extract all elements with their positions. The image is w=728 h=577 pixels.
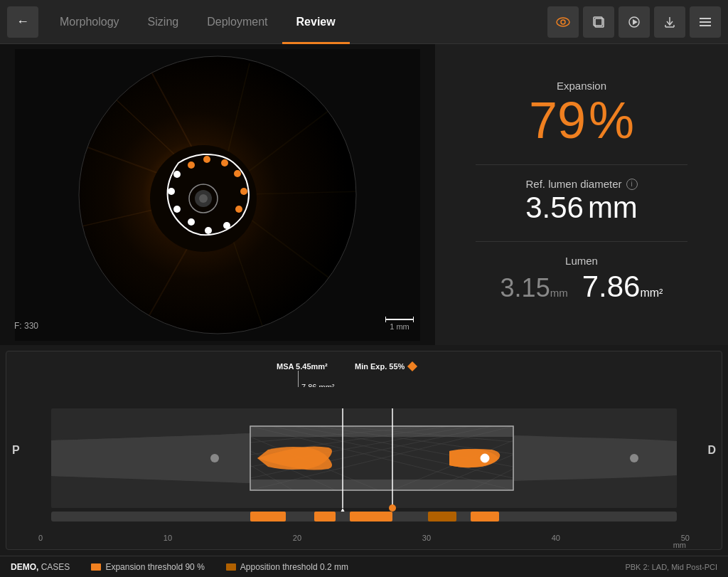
axis-40: 40 — [552, 534, 560, 542]
back-button[interactable]: ← — [7, 6, 38, 38]
tab-review[interactable]: Review — [282, 0, 350, 44]
svg-point-0 — [557, 18, 569, 26]
expansion-label: Expansion — [529, 80, 634, 92]
lumen-label: Lumen — [500, 255, 663, 267]
svg-point-72 — [630, 454, 638, 462]
axis-unit: mm — [6, 541, 722, 549]
play-button[interactable] — [619, 6, 650, 38]
expansion-value: 79 — [529, 95, 586, 146]
svg-rect-76 — [350, 512, 392, 522]
divider2 — [476, 241, 687, 242]
ref-lumen-unit: mm — [588, 193, 638, 223]
header-icons — [547, 6, 721, 38]
expansion-block: Expansion 79 % — [529, 80, 634, 146]
eye-button[interactable] — [547, 6, 579, 38]
tab-sizing[interactable]: Sizing — [134, 0, 193, 44]
info-icon[interactable]: i — [626, 179, 638, 190]
frame-label: F: 330 — [14, 321, 38, 331]
expansion-unit: % — [589, 95, 634, 146]
svg-point-69 — [389, 504, 396, 512]
legend-expansion: Expansion threshold 90 % — [91, 562, 204, 572]
metrics-panel: Expansion 79 % Ref. lumen diameter i 3.5… — [435, 44, 728, 345]
svg-point-27 — [188, 162, 195, 169]
scale-line — [385, 319, 414, 320]
top-panels: F: 330 1 mm Expansion 79 % — [0, 44, 728, 345]
lumen-row: 3.15mm 7.86mm² — [500, 270, 663, 304]
chart-panel: MSA 5.45mm² 7.86 mm² Min Exp. 55% — [6, 351, 722, 550]
case-label: DEMO, CASES — [11, 562, 70, 572]
ref-lumen-value: 3.56 — [525, 193, 584, 223]
d-label: D — [707, 444, 716, 457]
lumen-dia: 3.15mm — [500, 273, 568, 303]
svg-rect-46 — [250, 426, 513, 437]
download-button[interactable] — [654, 6, 685, 38]
longitudinal-chart — [10, 387, 718, 529]
scale-text: 1 mm — [390, 322, 410, 331]
legend-apposition-label: Apposition threshold 0.2 mm — [240, 562, 348, 572]
menu-button[interactable] — [690, 6, 721, 38]
header: ← Morphology Sizing Deployment Review — [0, 0, 728, 44]
oct-image-svg — [15, 49, 420, 341]
svg-point-30 — [234, 170, 241, 177]
svg-marker-5 — [633, 19, 638, 25]
svg-point-28 — [203, 156, 210, 163]
axis-0: 0 — [38, 534, 43, 542]
oct-panel: F: 330 1 mm — [0, 44, 435, 345]
svg-rect-74 — [250, 512, 286, 522]
p-label: P — [12, 444, 20, 457]
scale-bar: 1 mm — [385, 319, 414, 331]
lumen-area: 7.86mm² — [582, 270, 663, 304]
svg-point-29 — [221, 159, 228, 166]
svg-point-34 — [205, 227, 212, 234]
svg-point-70 — [210, 454, 219, 462]
annotations-row: MSA 5.45mm² 7.86 mm² Min Exp. 55% — [6, 359, 722, 387]
svg-point-41 — [199, 194, 208, 203]
svg-point-37 — [168, 188, 175, 195]
legend-expansion-color — [91, 563, 101, 571]
svg-point-38 — [173, 171, 181, 178]
status-bar: DEMO, CASES Expansion threshold 90 % App… — [0, 556, 728, 577]
svg-point-33 — [223, 222, 230, 229]
legend-apposition-color — [226, 563, 236, 571]
tab-morphology[interactable]: Morphology — [46, 0, 134, 44]
tab-deployment[interactable]: Deployment — [193, 0, 282, 44]
copy-button[interactable] — [583, 6, 614, 38]
axis-10: 10 — [164, 534, 172, 542]
min-exp-annotation: Min Exp. 55% — [355, 362, 416, 371]
svg-point-31 — [240, 188, 247, 195]
ref-lumen-label: Ref. lumen diameter i — [525, 178, 638, 190]
svg-point-1 — [561, 20, 565, 24]
nav-tabs: Morphology Sizing Deployment Review — [46, 0, 547, 44]
svg-point-32 — [235, 206, 242, 213]
divider1 — [476, 164, 687, 165]
axis-30: 30 — [422, 534, 431, 542]
ref-lumen-block: Ref. lumen diameter i 3.56 mm — [525, 178, 638, 223]
svg-rect-78 — [471, 512, 499, 522]
axis-20: 20 — [293, 534, 301, 542]
svg-rect-75 — [314, 512, 336, 522]
chart-area[interactable]: P D — [6, 387, 722, 532]
legend-expansion-label: Expansion threshold 90 % — [105, 562, 204, 572]
svg-rect-77 — [428, 512, 456, 522]
svg-point-36 — [173, 206, 181, 213]
main-content: F: 330 1 mm Expansion 79 % — [0, 44, 728, 556]
lumen-block: Lumen 3.15mm 7.86mm² — [500, 255, 663, 304]
svg-point-71 — [481, 454, 489, 462]
status-right: PBK 2: LAD, Mid Post-PCI — [625, 563, 717, 571]
legend-apposition: Apposition threshold 0.2 mm — [226, 562, 348, 572]
svg-point-35 — [188, 218, 195, 226]
